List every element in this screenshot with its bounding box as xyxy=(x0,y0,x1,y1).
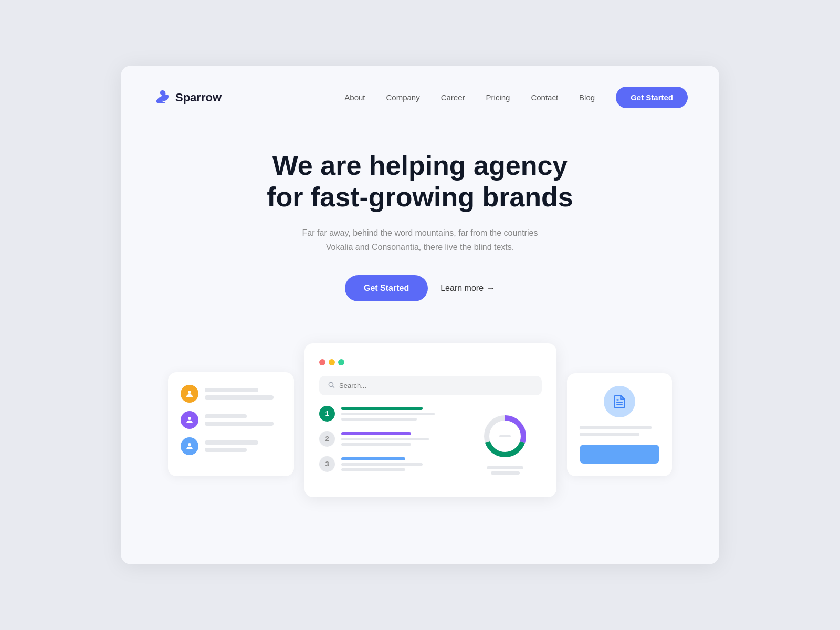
card-document xyxy=(567,373,672,476)
window-controls xyxy=(319,359,542,365)
user-name-line xyxy=(205,388,258,392)
window-maximize-dot xyxy=(338,359,344,365)
bar-purple xyxy=(341,432,411,435)
avatar-2 xyxy=(181,411,198,429)
card-dashboard: 1 2 xyxy=(304,343,556,497)
doc-action-button[interactable] xyxy=(580,445,659,464)
navbar-get-started-button[interactable]: Get Started xyxy=(616,87,688,108)
svg-point-3 xyxy=(329,382,333,386)
card-users xyxy=(168,372,294,476)
nav-company[interactable]: Company xyxy=(386,93,419,102)
logo[interactable]: Sparrow xyxy=(152,88,222,107)
learn-more-label: Learn more xyxy=(440,284,484,293)
window-close-dot xyxy=(319,359,326,365)
nav-blog[interactable]: Blog xyxy=(579,93,595,102)
document-icon xyxy=(612,394,627,409)
center-content: 1 2 xyxy=(319,406,542,481)
avatar-1 xyxy=(181,385,198,403)
hero-subtitle: Far far away, behind the word mountains,… xyxy=(289,226,551,254)
item-sub-line xyxy=(341,463,423,466)
hero-section: We are helping agency for fast-growing b… xyxy=(121,119,719,312)
window-minimize-dot xyxy=(329,359,335,365)
search-input[interactable] xyxy=(339,382,533,390)
bar-green xyxy=(341,407,423,410)
item-sub-line-2 xyxy=(341,418,417,421)
user-name-line xyxy=(205,414,247,418)
doc-icon-wrap xyxy=(604,386,635,417)
user-lines-1 xyxy=(205,388,281,400)
donut-chart xyxy=(481,413,529,460)
user-lines-2 xyxy=(205,414,281,426)
ranked-list: 1 2 xyxy=(319,406,458,481)
main-card: Sparrow About Company Career Pricing Con… xyxy=(121,66,719,564)
user-row-3 xyxy=(181,437,281,455)
doc-lines xyxy=(580,426,659,436)
doc-line-1 xyxy=(580,426,652,429)
svg-point-1 xyxy=(188,417,191,420)
hero-get-started-button[interactable]: Get Started xyxy=(345,275,428,301)
svg-line-4 xyxy=(333,386,334,388)
chart-label-line-1 xyxy=(487,466,523,469)
doc-line-2 xyxy=(580,433,639,436)
donut-inner-bar xyxy=(499,435,511,437)
item-lines-1 xyxy=(341,407,458,421)
chart-labels xyxy=(484,466,526,475)
user-row-1 xyxy=(181,385,281,403)
svg-point-0 xyxy=(188,391,191,394)
nav-links: About Company Career Pricing Contact Blo… xyxy=(344,93,595,102)
list-item-1: 1 xyxy=(319,406,458,422)
item-sub-line-2 xyxy=(341,443,411,446)
nav-contact[interactable]: Contact xyxy=(531,93,558,102)
item-sub-line-2 xyxy=(341,468,405,471)
user-info-line xyxy=(205,422,274,426)
list-item-2: 2 xyxy=(319,431,458,447)
item-sub-line xyxy=(341,413,435,415)
logo-text: Sparrow xyxy=(175,91,222,104)
svg-point-2 xyxy=(188,443,191,446)
user-row-2 xyxy=(181,411,281,429)
cards-section: 1 2 xyxy=(121,312,719,497)
user-lines-3 xyxy=(205,440,281,452)
user-info-line xyxy=(205,448,247,452)
search-box[interactable] xyxy=(319,376,542,395)
nav-career[interactable]: Career xyxy=(441,93,465,102)
hero-buttons: Get Started Learn more → xyxy=(152,275,688,301)
user-info-line xyxy=(205,395,274,400)
item-sub-line xyxy=(341,438,429,440)
navbar: Sparrow About Company Career Pricing Con… xyxy=(121,66,719,119)
sparrow-icon xyxy=(152,88,171,107)
donut-chart-area xyxy=(468,406,542,481)
nav-pricing[interactable]: Pricing xyxy=(486,93,510,102)
arrow-icon: → xyxy=(487,284,495,293)
chart-label-line-2 xyxy=(491,471,520,475)
item-lines-2 xyxy=(341,432,458,446)
rank-badge-2: 2 xyxy=(319,431,335,447)
avatar-3 xyxy=(181,437,198,455)
rank-badge-1: 1 xyxy=(319,406,335,422)
bar-blue xyxy=(341,457,405,460)
user-name-line xyxy=(205,440,258,445)
hero-title: We are helping agency for fast-growing b… xyxy=(262,150,578,213)
search-icon xyxy=(328,381,335,390)
list-item-3: 3 xyxy=(319,456,458,472)
rank-badge-3: 3 xyxy=(319,456,335,472)
item-lines-3 xyxy=(341,457,458,471)
hero-learn-more-button[interactable]: Learn more → xyxy=(440,284,495,293)
donut-center xyxy=(492,423,518,449)
nav-about[interactable]: About xyxy=(344,93,365,102)
